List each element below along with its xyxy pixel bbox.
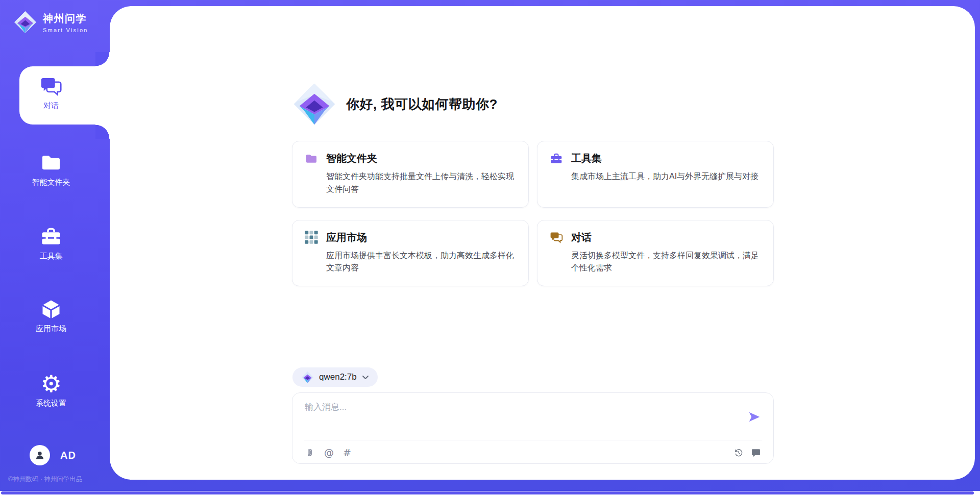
chevron-down-icon bbox=[362, 375, 369, 380]
diamond-logo-icon bbox=[301, 371, 314, 384]
composer-toolbar-left: @ # bbox=[305, 448, 351, 458]
card-title: 智能文件夹 bbox=[326, 152, 377, 165]
brand-text: 神州问学 Smart Vision bbox=[43, 12, 88, 33]
history-icon bbox=[733, 448, 744, 458]
diamond-logo-icon bbox=[13, 10, 37, 34]
send-icon bbox=[748, 410, 761, 424]
gear-icon: ⚙ bbox=[0, 372, 102, 395]
send-button[interactable] bbox=[748, 410, 761, 424]
card-title: 应用市场 bbox=[326, 231, 367, 244]
composer-toolbar-right bbox=[733, 448, 761, 458]
card-header: 应用市场 bbox=[305, 231, 516, 244]
paperclip-icon bbox=[305, 448, 315, 458]
toolbox-icon bbox=[550, 152, 563, 165]
horizontal-scrollbar[interactable] bbox=[0, 491, 980, 495]
model-selector-button[interactable]: qwen2:7b bbox=[292, 367, 378, 387]
sidebar-item-toolset[interactable]: 工具集 bbox=[0, 225, 102, 261]
mention-button[interactable]: @ bbox=[324, 448, 334, 458]
card-toolset[interactable]: 工具集 集成市场上主流工具，助力AI与外界无缝扩展与对接 bbox=[537, 141, 774, 208]
card-description: 灵活切换多模型文件，支持多样回复效果调试，满足个性化需求 bbox=[571, 250, 761, 275]
card-description: 应用市场提供丰富长文本模板，助力高效生成多样化文章内容 bbox=[326, 250, 516, 275]
app-window: 神州问学 Smart Vision 对话 智能文件夹 bbox=[0, 0, 980, 495]
attach-button[interactable] bbox=[305, 448, 315, 458]
chat-bubble-icon bbox=[751, 448, 761, 458]
card-description: 集成市场上主流工具，助力AI与外界无缝扩展与对接 bbox=[571, 170, 761, 183]
card-smart-folder[interactable]: 智能文件夹 智能文件夹功能支持批量文件上传与清洗，轻松实现文件问答 bbox=[292, 141, 529, 208]
diamond-logo-icon bbox=[292, 82, 337, 127]
user-account[interactable]: AD bbox=[30, 445, 76, 465]
sidebar-item-label: 智能文件夹 bbox=[0, 178, 102, 187]
greeting: 你好, 我可以如何帮助你? bbox=[292, 82, 498, 127]
composer-toolbar: @ # bbox=[305, 445, 761, 460]
composer: @ # bbox=[292, 392, 774, 464]
card-header: 智能文件夹 bbox=[305, 152, 516, 165]
at-icon: @ bbox=[324, 448, 334, 458]
avatar bbox=[30, 445, 50, 465]
composer-divider bbox=[304, 440, 762, 440]
user-name: AD bbox=[60, 450, 76, 461]
card-chat[interactable]: 对话 灵活切换多模型文件，支持多样回复效果调试，满足个性化需求 bbox=[537, 220, 774, 287]
sidebar-item-chat[interactable]: 对话 bbox=[0, 75, 102, 111]
main-panel: 你好, 我可以如何帮助你? 智能文件夹 智能文件夹功能支持批量文件上传与清洗，轻… bbox=[110, 6, 975, 480]
sidebar-item-label: 工具集 bbox=[0, 252, 102, 261]
grid-icon bbox=[305, 231, 318, 244]
folder-icon bbox=[305, 152, 318, 165]
card-description: 智能文件夹功能支持批量文件上传与清洗，轻松实现文件问答 bbox=[326, 170, 516, 196]
scrollbar-thumb[interactable] bbox=[1, 491, 974, 494]
card-header: 工具集 bbox=[550, 152, 761, 165]
person-icon bbox=[34, 449, 46, 461]
sidebar-item-label: 应用市场 bbox=[0, 324, 102, 334]
message-input[interactable] bbox=[305, 401, 728, 433]
chat-icon bbox=[550, 231, 563, 244]
folder-icon bbox=[0, 151, 102, 175]
sidebar-item-smart-folder[interactable]: 智能文件夹 bbox=[0, 151, 102, 187]
card-title: 对话 bbox=[571, 231, 592, 244]
brand: 神州问学 Smart Vision bbox=[13, 10, 88, 34]
feedback-button[interactable] bbox=[751, 448, 761, 458]
hash-icon: # bbox=[343, 448, 351, 458]
model-name: qwen2:7b bbox=[319, 372, 357, 382]
sidebar-item-label: 对话 bbox=[0, 101, 102, 111]
history-button[interactable] bbox=[733, 448, 744, 458]
card-title: 工具集 bbox=[571, 152, 602, 165]
card-header: 对话 bbox=[550, 231, 761, 244]
greeting-title: 你好, 我可以如何帮助你? bbox=[346, 95, 498, 113]
feature-cards: 智能文件夹 智能文件夹功能支持批量文件上传与清洗，轻松实现文件问答 bbox=[292, 141, 774, 286]
hash-button[interactable]: # bbox=[343, 448, 351, 458]
active-tab-corner-bottom bbox=[95, 125, 110, 139]
cube-icon bbox=[0, 298, 102, 321]
sidebar-item-settings[interactable]: ⚙ 系统设置 bbox=[0, 372, 102, 408]
sidebar-footer: ©神州数码 · 神州问学出品 bbox=[8, 475, 115, 484]
card-app-market[interactable]: 应用市场 应用市场提供丰富长文本模板，助力高效生成多样化文章内容 bbox=[292, 220, 529, 287]
chat-icon bbox=[0, 75, 102, 98]
brand-subtitle: Smart Vision bbox=[43, 27, 88, 33]
sidebar-item-app-market[interactable]: 应用市场 bbox=[0, 298, 102, 334]
sidebar-item-label: 系统设置 bbox=[0, 399, 102, 408]
brand-name: 神州问学 bbox=[43, 12, 88, 26]
toolbox-icon bbox=[0, 225, 102, 249]
active-tab-corner-top bbox=[95, 52, 110, 66]
